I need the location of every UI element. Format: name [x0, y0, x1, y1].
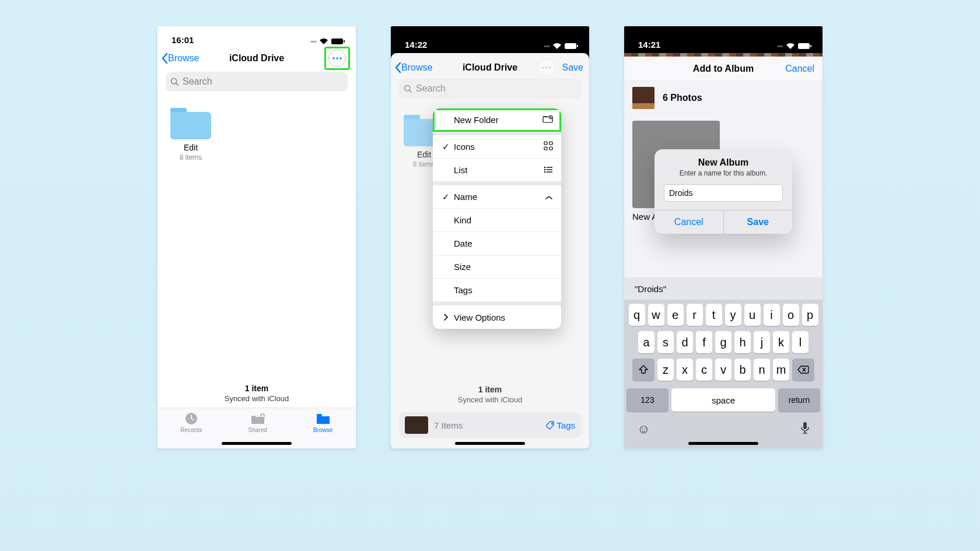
- key-j[interactable]: j: [754, 331, 770, 353]
- page-title: iCloud Drive: [463, 62, 517, 73]
- dialog-save-button[interactable]: Save: [724, 210, 793, 234]
- cancel-button[interactable]: Cancel: [785, 64, 814, 74]
- shared-folder-icon: [250, 412, 266, 426]
- drop-thumbnail: [405, 416, 428, 434]
- svg-point-15: [549, 66, 551, 68]
- backspace-key[interactable]: [792, 359, 814, 381]
- sync-status: Synced with iCloud: [391, 395, 589, 404]
- search-placeholder: Search: [416, 83, 446, 94]
- key-d[interactable]: d: [677, 331, 693, 353]
- page-title: iCloud Drive: [229, 53, 284, 64]
- svg-rect-12: [577, 45, 578, 47]
- menu-view-options[interactable]: View Options: [433, 306, 561, 329]
- key-r[interactable]: r: [687, 304, 703, 326]
- more-button[interactable]: [328, 50, 346, 67]
- menu-sort-name[interactable]: ✓Name: [433, 185, 561, 209]
- space-key[interactable]: space: [671, 388, 775, 412]
- key-q[interactable]: q: [629, 304, 645, 326]
- search-input[interactable]: Search: [166, 72, 348, 92]
- key-m[interactable]: m: [773, 359, 789, 381]
- shift-icon: [638, 365, 649, 374]
- key-g[interactable]: g: [715, 331, 732, 353]
- key-o[interactable]: o: [783, 304, 799, 326]
- svg-rect-11: [565, 43, 576, 49]
- cellular-icon: ••••: [310, 38, 316, 45]
- battery-icon: [798, 43, 812, 50]
- keyboard-suggestion[interactable]: "Droids": [624, 278, 822, 300]
- shift-key[interactable]: [632, 359, 654, 381]
- phone-screenshot-3: 14:21 •••• Add to Album Cancel 6 Photos …: [624, 26, 822, 448]
- item-count: 1 item: [391, 385, 589, 394]
- save-button[interactable]: Save: [562, 62, 583, 73]
- dictation-key[interactable]: [800, 422, 810, 438]
- dialog-title: New Album: [654, 149, 792, 168]
- folder-item[interactable]: Edit 8 items: [168, 108, 214, 162]
- svg-point-28: [544, 171, 546, 173]
- key-w[interactable]: w: [648, 304, 664, 326]
- key-z[interactable]: z: [657, 359, 674, 381]
- svg-rect-22: [544, 147, 547, 150]
- menu-sort-size[interactable]: Size: [433, 255, 561, 279]
- numeric-key[interactable]: 123: [626, 388, 668, 412]
- key-p[interactable]: p: [802, 304, 818, 326]
- keyboard: "Droids" qwertyuiop asdfghjkl zxcvbnm 12…: [624, 278, 822, 448]
- key-x[interactable]: x: [677, 359, 693, 381]
- svg-point-30: [552, 423, 553, 424]
- phone-screenshot-1: 16:01 •••• Browse iCloud Drive Search Ed…: [158, 26, 356, 448]
- svg-rect-10: [317, 414, 322, 416]
- nav-bar: Browse iCloud Drive Save: [391, 53, 589, 78]
- key-k[interactable]: k: [773, 331, 789, 353]
- tab-recents[interactable]: Recents: [181, 412, 202, 448]
- search-input[interactable]: Search: [399, 79, 581, 99]
- drop-pill[interactable]: 7 Items Tags: [399, 412, 581, 438]
- album-name-input[interactable]: [664, 184, 783, 202]
- menu-sort-tags[interactable]: Tags: [433, 279, 561, 302]
- back-label: Browse: [401, 62, 432, 73]
- return-key[interactable]: return: [778, 388, 820, 412]
- tags-button[interactable]: Tags: [546, 420, 575, 430]
- wifi-icon: [786, 43, 795, 50]
- key-v[interactable]: v: [715, 359, 732, 381]
- list-icon: [544, 165, 553, 175]
- home-indicator[interactable]: [688, 442, 758, 445]
- key-l[interactable]: l: [792, 331, 808, 353]
- dialog-cancel-button[interactable]: Cancel: [654, 210, 724, 234]
- files-grid: Edit 8 items: [158, 97, 356, 162]
- status-time: 14:22: [405, 40, 427, 50]
- home-indicator[interactable]: [222, 442, 292, 445]
- key-h[interactable]: h: [734, 331, 751, 353]
- browse-folder-icon: [315, 412, 331, 426]
- key-s[interactable]: s: [657, 331, 674, 353]
- key-t[interactable]: t: [706, 304, 722, 326]
- cellular-icon: ••••: [777, 43, 783, 50]
- key-f[interactable]: f: [696, 331, 712, 353]
- status-icons: ••••: [777, 43, 812, 50]
- status-icons: ••••: [544, 43, 579, 50]
- menu-sort-date[interactable]: Date: [433, 232, 561, 255]
- folder-name: Edit: [168, 143, 214, 152]
- key-i[interactable]: i: [764, 304, 780, 326]
- menu-new-folder[interactable]: New Folder: [433, 108, 561, 132]
- key-u[interactable]: u: [744, 304, 761, 326]
- key-c[interactable]: c: [696, 359, 712, 381]
- key-y[interactable]: y: [725, 304, 741, 326]
- svg-point-2: [332, 57, 334, 59]
- key-e[interactable]: e: [667, 304, 684, 326]
- home-indicator[interactable]: [455, 442, 525, 445]
- emoji-key[interactable]: ☺: [637, 422, 650, 438]
- menu-list[interactable]: List: [433, 159, 561, 182]
- menu-icons[interactable]: ✓Icons: [433, 135, 561, 159]
- key-a[interactable]: a: [638, 331, 654, 353]
- key-b[interactable]: b: [734, 359, 751, 381]
- back-button[interactable]: Browse: [161, 52, 199, 64]
- menu-sort-kind[interactable]: Kind: [433, 209, 561, 232]
- keyboard-row-2: asdfghjkl: [626, 331, 820, 353]
- battery-icon: [565, 43, 579, 50]
- key-n[interactable]: n: [754, 359, 770, 381]
- more-button[interactable]: [538, 59, 555, 76]
- tab-browse[interactable]: Browse: [313, 412, 332, 448]
- new-folder-icon: [542, 115, 553, 125]
- nav-bar: Browse iCloud Drive: [158, 46, 356, 71]
- back-button[interactable]: Browse: [394, 62, 432, 73]
- clock-icon: [183, 412, 200, 426]
